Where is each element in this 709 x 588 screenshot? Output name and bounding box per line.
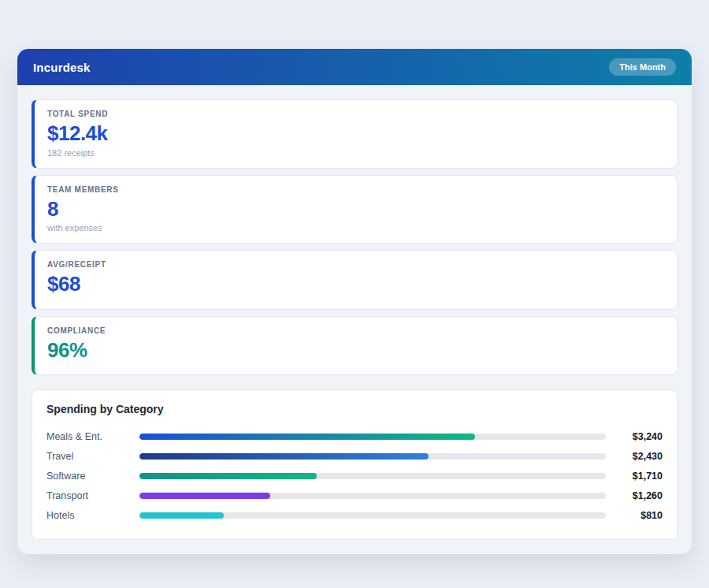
category-label: Transport	[46, 490, 139, 501]
category-label: Meals & Ent.	[46, 431, 139, 442]
category-label: Software	[46, 471, 139, 482]
bar-fill	[139, 453, 429, 460]
app-header: Incurdesk This Month	[17, 49, 692, 85]
category-value: $2,430	[614, 451, 663, 462]
stat-subtext: with expenses	[47, 223, 664, 233]
page-background: Incurdesk This Month TOTAL SPEND $12.4k …	[0, 0, 709, 588]
bar-fill	[139, 473, 317, 479]
app-title: Incurdesk	[33, 61, 91, 74]
dashboard-body: TOTAL SPEND $12.4k 182 receipts TEAM MEM…	[17, 85, 692, 554]
stat-subtext: 182 receipts	[47, 148, 664, 158]
category-value: $3,240	[614, 431, 663, 442]
stat-label: TOTAL SPEND	[47, 110, 664, 118]
category-label: Hotels	[46, 510, 139, 521]
bar-track	[139, 493, 606, 499]
bar-track	[139, 453, 606, 460]
chart-row-meals: Meals & Ent. $3,240	[46, 426, 663, 446]
stat-card-team-members: TEAM MEMBERS 8 with expenses	[32, 175, 677, 244]
stat-value: 96%	[47, 339, 664, 362]
bar-track	[139, 473, 606, 479]
chart-row-hotels: Hotels $810	[46, 505, 663, 525]
bar-track	[139, 512, 606, 519]
category-value: $810	[614, 510, 663, 521]
stat-card-compliance: COMPLIANCE 96%	[32, 316, 677, 376]
stat-card-total-spend: TOTAL SPEND $12.4k 182 receipts	[32, 99, 677, 169]
chart-row-transport: Transport $1,260	[46, 486, 663, 505]
chart-row-software: Software $1,710	[46, 466, 663, 486]
bar-fill	[139, 512, 224, 519]
bar-fill	[139, 434, 475, 440]
stat-label: COMPLIANCE	[47, 326, 664, 335]
incurdesk-dashboard: Incurdesk This Month TOTAL SPEND $12.4k …	[17, 49, 692, 554]
spending-by-category-card: Spending by Category Meals & Ent. $3,240…	[32, 389, 677, 540]
stat-label: AVG/RECEIPT	[47, 260, 664, 269]
bar-track	[139, 434, 606, 440]
stat-value: $68	[47, 273, 664, 296]
chart-row-travel: Travel $2,430	[46, 446, 663, 466]
category-value: $1,710	[614, 471, 663, 482]
stat-card-avg-receipt: AVG/RECEIPT $68	[32, 250, 677, 310]
period-badge[interactable]: This Month	[609, 58, 676, 76]
chart-title: Spending by Category	[46, 403, 663, 415]
category-value: $1,260	[614, 490, 663, 501]
category-label: Travel	[46, 451, 139, 462]
stat-value: 8	[47, 198, 664, 221]
stat-value: $12.4k	[47, 122, 664, 145]
stat-label: TEAM MEMBERS	[47, 185, 664, 194]
bar-fill	[139, 493, 270, 499]
